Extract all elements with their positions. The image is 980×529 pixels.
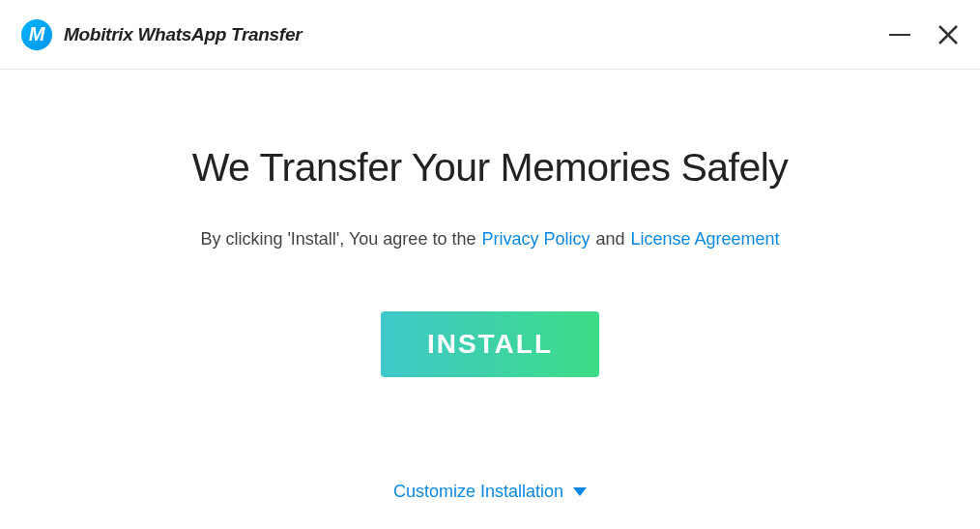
- app-logo-icon: M: [21, 19, 52, 50]
- app-title: Mobitrix WhatsApp Transfer: [64, 24, 302, 45]
- consent-prefix: By clicking 'Install', You agree to the: [200, 229, 476, 250]
- consent-text: By clicking 'Install', You agree to the …: [200, 229, 779, 250]
- consent-and: and: [595, 229, 624, 250]
- customize-label: Customize Installation: [393, 482, 563, 502]
- window-controls: [889, 24, 959, 45]
- customize-installation-toggle[interactable]: Customize Installation: [393, 482, 587, 502]
- headline: We Transfer Your Memories Safely: [192, 145, 789, 191]
- chevron-down-icon: [573, 487, 587, 496]
- main-content: We Transfer Your Memories Safely By clic…: [0, 70, 980, 377]
- minimize-icon[interactable]: [889, 34, 910, 36]
- privacy-policy-link[interactable]: Privacy Policy: [481, 229, 590, 250]
- install-button[interactable]: INSTALL: [381, 311, 599, 377]
- header-left: M Mobitrix WhatsApp Transfer: [21, 19, 302, 50]
- license-agreement-link[interactable]: License Agreement: [631, 229, 780, 250]
- logo-letter: M: [29, 23, 45, 45]
- window-header: M Mobitrix WhatsApp Transfer: [0, 0, 980, 70]
- close-icon[interactable]: [937, 24, 959, 45]
